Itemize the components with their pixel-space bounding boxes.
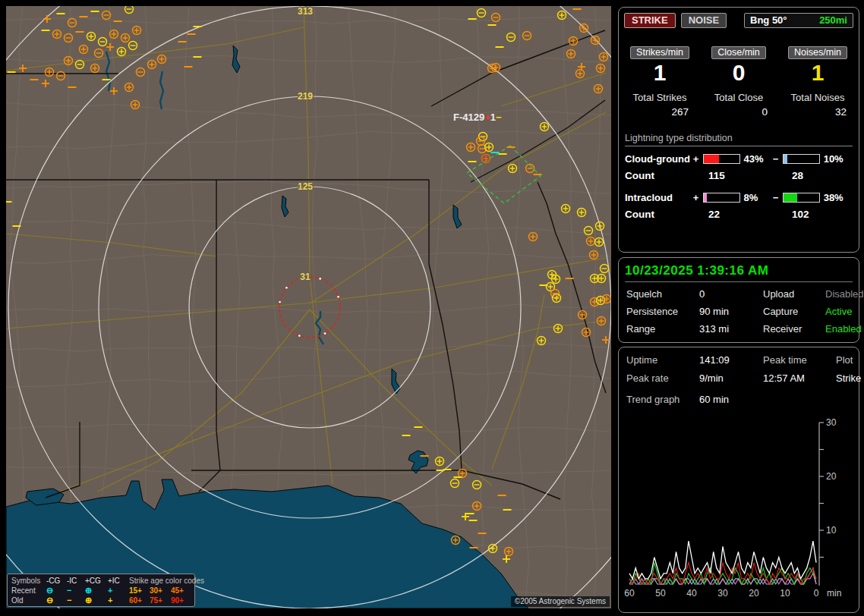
upload-label: Upload — [763, 288, 825, 300]
trend-panel: Uptime 141:09 Peak time Plot Peak rate 9… — [618, 347, 859, 613]
count-label: Count — [625, 209, 708, 220]
neg-cg-old-icon: ⊖ — [46, 596, 67, 605]
close-per-min-column: Close/min 0 Total Close 0 — [699, 46, 778, 118]
legend-col-neg-cg: -CG — [46, 576, 67, 586]
total-noises-label: Total Noises — [778, 92, 857, 103]
intracloud-label: Intracloud — [625, 192, 693, 203]
session-row: Uptime 141:09 Peak time Plot — [626, 354, 851, 366]
ic-positive-bar — [703, 193, 740, 203]
total-strikes-value: 267 — [620, 106, 699, 118]
strike-button[interactable]: STRIKE — [624, 13, 676, 28]
svg-text:min: min — [827, 588, 841, 599]
capture-label: Capture — [763, 306, 825, 317]
svg-text:20: 20 — [826, 471, 837, 482]
ic-positive-count: 22 — [708, 209, 792, 220]
copyright-notice: ©2005 Astrogenic Systems — [511, 596, 610, 607]
uptime-value: 141:09 — [699, 354, 763, 366]
range-label: Range — [626, 323, 699, 335]
svg-text:10: 10 — [826, 525, 837, 536]
uptime-label: Uptime — [626, 354, 699, 366]
trend-graph-row: Trend graph 60 min — [626, 394, 851, 405]
age-75: 75+ — [150, 596, 171, 605]
trend-graph-label: Trend graph — [626, 394, 699, 405]
svg-text:30: 30 — [826, 419, 837, 428]
intracloud-count-row: Count 22 102 — [625, 209, 853, 220]
neg-ic-recent-icon: − — [67, 586, 85, 596]
svg-text:219: 219 — [298, 91, 313, 102]
total-noises-value: 32 — [778, 106, 857, 118]
persistence-value: 90 min — [699, 306, 763, 317]
cloud-ground-label: Cloud-ground — [625, 153, 693, 165]
status-row: Range 313 mi Receiver Enabled — [626, 323, 851, 335]
lightning-detector-app: 31125219313 F-4129+1− Symbols -CG -IC +C… — [0, 0, 864, 616]
legend-age-header: Strike age color codes — [129, 576, 192, 586]
svg-text:313: 313 — [298, 6, 313, 17]
legend-row-recent-label: Recent — [11, 586, 46, 596]
map-area[interactable]: 31125219313 F-4129+1− Symbols -CG -IC +C… — [6, 6, 611, 608]
age-45: 45+ — [171, 586, 192, 596]
capture-status: Active — [825, 306, 852, 317]
distribution-title: Lightning type distribution — [625, 133, 853, 146]
peak-rate-value: 9/min — [699, 372, 763, 384]
legend-col-pos-cg: +CG — [85, 576, 108, 586]
receiver-label: Receiver — [763, 323, 825, 335]
symbol-legend: Symbols -CG -IC +CG +IC Strike age color… — [7, 574, 195, 607]
cg-negative-bar — [783, 154, 820, 164]
status-panel: 10/23/2025 1:39:16 AM Squelch 0 Upload D… — [618, 257, 859, 343]
plus-sign: + — [693, 192, 703, 203]
cg-positive-count: 115 — [708, 170, 792, 181]
svg-text:0: 0 — [814, 588, 819, 599]
legend-row-old-label: Old — [11, 596, 46, 605]
strikes-per-min-chip: Strikes/min — [630, 46, 689, 59]
close-per-min-chip: Close/min — [711, 46, 766, 59]
cg-positive-pct: 43% — [744, 153, 773, 165]
svg-text:20: 20 — [749, 588, 759, 599]
map-canvas[interactable]: 31125219313 F-4129+1− — [6, 6, 611, 608]
status-row: Squelch 0 Upload Disabled — [626, 288, 851, 300]
trend-graph-window: 60 min — [699, 394, 763, 405]
upload-status: Disabled — [825, 288, 864, 300]
squelch-label: Squelch — [626, 288, 699, 300]
storm-cell-label: F-4129+1− — [453, 112, 502, 123]
ic-negative-pct: 38% — [824, 192, 853, 203]
ic-negative-count: 102 — [792, 209, 809, 220]
minus-sign: − — [773, 192, 783, 203]
plot-mode-value: Strike — [836, 372, 861, 384]
noises-per-min-chip: Noises/min — [788, 46, 847, 59]
persistence-label: Persistence — [626, 306, 699, 317]
svg-text:60: 60 — [624, 588, 635, 599]
cg-positive-bar — [703, 154, 740, 164]
counters-panel: STRIKE NOISE Bng 50° 250mi Strikes/min 1… — [618, 7, 859, 253]
cloud-ground-count-row: Count 115 28 — [625, 170, 853, 181]
legend-col-neg-ic: -IC — [67, 576, 85, 586]
age-60: 60+ — [129, 596, 150, 605]
strikes-per-min-column: Strikes/min 1 Total Strikes 267 — [620, 46, 699, 118]
status-row: Persistence 90 min Capture Active — [626, 306, 851, 317]
pos-cg-recent-icon: ⊕ — [85, 586, 108, 596]
noises-per-min-value: 1 — [778, 60, 857, 87]
minus-sign: − — [773, 153, 783, 165]
noise-button[interactable]: NOISE — [681, 13, 727, 28]
cloud-ground-row: Cloud-ground + 43% − 10% — [625, 153, 853, 165]
total-strikes-label: Total Strikes — [620, 92, 699, 103]
age-30: 30+ — [150, 586, 171, 596]
svg-text:30: 30 — [717, 588, 728, 599]
session-row: Peak rate 9/min 12:57 AM Strike — [626, 372, 851, 384]
peak-rate-label: Peak rate — [626, 372, 699, 384]
pos-cg-old-icon: ⊕ — [85, 596, 108, 605]
receiver-status: Enabled — [825, 323, 862, 335]
plot-label: Plot — [836, 354, 853, 366]
plus-sign: + — [693, 153, 703, 165]
svg-text:50: 50 — [655, 588, 666, 599]
intracloud-row: Intracloud + 8% − 38% — [625, 192, 853, 203]
ic-positive-pct: 8% — [744, 192, 773, 203]
cg-negative-count: 28 — [792, 170, 803, 181]
svg-text:40: 40 — [686, 588, 697, 599]
bearing-range-display[interactable]: Bng 50° 250mi — [744, 13, 853, 28]
bearing-label: Bng 50° — [750, 14, 787, 26]
age-90: 90+ — [171, 596, 192, 605]
peak-time-value: 12:57 AM — [763, 372, 836, 384]
pos-ic-old-icon: + — [108, 596, 129, 605]
pos-ic-recent-icon: + — [108, 586, 129, 596]
range-value: 250mi — [819, 14, 847, 26]
